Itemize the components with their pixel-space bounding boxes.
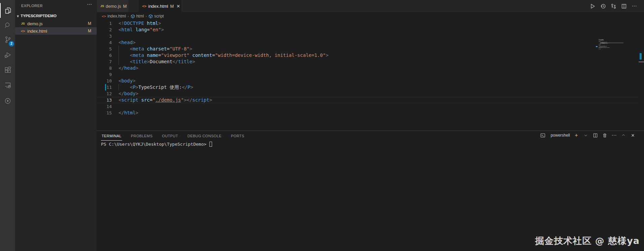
code-line-11[interactable]: 11 <P>TypeScript 使用:</P>: [97, 84, 638, 91]
timeline-history-icon[interactable]: [599, 2, 607, 10]
code-line-7[interactable]: 7 <title>Document</title>: [97, 59, 638, 65]
tab-problems[interactable]: PROBLEMS: [130, 132, 153, 141]
overview-ruler-cursor-marker: [639, 62, 644, 62]
watermark: 掘金技术社区 @ 慈様ya: [535, 235, 640, 247]
folder-typescriptdemo[interactable]: ∨ TYPESCRIPTDEMO: [15, 12, 97, 20]
code-editor[interactable]: 1<!DOCTYPE html>2<html lang="en">34<head…: [97, 20, 644, 131]
tab-label: index.html: [148, 4, 168, 9]
powershell-terminal-icon: [540, 132, 546, 138]
split-terminal-icon[interactable]: [592, 132, 598, 138]
line-number: 13: [106, 98, 112, 103]
chevron-down-icon: ∨: [16, 14, 19, 18]
new-terminal-icon[interactable]: ＋: [573, 132, 579, 138]
code-line-5[interactable]: 5 <meta charset="UTF-8">: [97, 46, 638, 52]
line-number: 10: [106, 78, 112, 83]
tab-bar: JS demo.js M <> index.html M ✕: [97, 0, 644, 12]
terminal-prompt: PS C:\Users\QYKJ\Desktop\TypeScriptDemo>: [101, 142, 206, 147]
line-number: 14: [106, 104, 112, 109]
bottom-panel: TERMINAL PROBLEMS OUTPUT DEBUG CONSOLE P…: [97, 131, 644, 251]
code-line-8[interactable]: 8</head>: [97, 65, 638, 71]
sidebar-title: EXPLORER: [21, 4, 43, 8]
code-line-1[interactable]: 1<!DOCTYPE html>: [97, 20, 638, 27]
line-number: 3: [109, 34, 112, 39]
code-line-6[interactable]: 6 <meta name="viewport" content="width=d…: [97, 52, 638, 59]
run-icon[interactable]: [589, 2, 596, 10]
line-number: 7: [109, 59, 112, 64]
vscode-window: 2 EXPLORER ⋯ ∨ TYPESCRIPTDEMO JS demo.js…: [0, 0, 644, 251]
tab-demo-js[interactable]: JS demo.js M: [97, 0, 129, 12]
line-number: 15: [106, 110, 112, 115]
code-lines: 1<!DOCTYPE html>2<html lang="en">34<head…: [97, 20, 644, 116]
tab-modified-badge: M: [123, 4, 127, 9]
folder-label: TYPESCRIPTDEMO: [21, 14, 57, 18]
line-number: 12: [106, 91, 112, 96]
chevron-right-icon: ›: [128, 14, 129, 18]
file-label: index.html: [27, 29, 47, 34]
terminal-dropdown-icon[interactable]: [583, 132, 589, 138]
kill-terminal-trash-icon[interactable]: [602, 132, 608, 138]
remote-explorer-icon[interactable]: [0, 78, 15, 93]
line-number: 4: [109, 40, 112, 45]
sidebar-more-icon[interactable]: ⋯: [87, 1, 92, 7]
panel-more-icon[interactable]: ⋯: [611, 132, 617, 138]
symbol-cube-icon: [131, 14, 135, 19]
breadcrumb-file[interactable]: <> index.html: [102, 14, 126, 19]
overview-ruler-modified-marker: [640, 53, 642, 60]
editor-group: JS demo.js M <> index.html M ✕: [97, 0, 644, 251]
code-line-14[interactable]: 14: [97, 103, 638, 110]
shell-name-label[interactable]: powershell: [551, 133, 570, 138]
code-line-12[interactable]: 12</body>: [97, 91, 638, 97]
code-line-9[interactable]: 9: [97, 71, 638, 78]
target-icon[interactable]: [0, 94, 15, 108]
panel-actions: powershell ＋ ⋯ ✕: [540, 132, 636, 138]
split-editor-icon[interactable]: [620, 2, 628, 10]
code-line-2[interactable]: 2<html lang="en">: [97, 27, 638, 33]
git-modified-badge: M: [88, 21, 91, 26]
html-file-icon: <>: [142, 4, 146, 8]
run-debug-icon[interactable]: [0, 47, 15, 62]
code-line-4[interactable]: 4<head>: [97, 39, 638, 46]
file-index-html[interactable]: <> index.html M: [15, 27, 97, 35]
explorer-icon[interactable]: [0, 3, 15, 18]
terminal[interactable]: PS C:\Users\QYKJ\Desktop\TypeScriptDemo>: [101, 142, 212, 147]
file-demo-js[interactable]: JS demo.js M: [15, 20, 97, 27]
maximize-panel-icon[interactable]: [620, 132, 626, 138]
editor-actions: ⋯: [589, 2, 638, 10]
breadcrumb-script[interactable]: script: [148, 14, 164, 19]
code-line-13[interactable]: 13<script src="./demo.js"></script>: [97, 97, 638, 103]
close-icon[interactable]: ✕: [176, 4, 180, 9]
code-line-15[interactable]: 15</html>: [97, 110, 638, 116]
indent-guide: [118, 84, 119, 91]
search-icon[interactable]: [0, 18, 15, 33]
line-number: 8: [109, 66, 112, 71]
tab-label: demo.js: [106, 4, 121, 9]
source-control-icon[interactable]: 2: [0, 32, 15, 47]
js-file-icon: JS: [100, 4, 104, 8]
breadcrumb-html[interactable]: html: [131, 14, 144, 19]
line-number: 9: [109, 72, 112, 77]
indent-guide: [118, 52, 119, 59]
source-control-badge: 2: [9, 41, 14, 46]
html-file-icon: <>: [20, 29, 26, 33]
tab-debug-console[interactable]: DEBUG CONSOLE: [187, 132, 222, 141]
indent-guide: [118, 59, 119, 65]
git-modified-badge: M: [88, 29, 91, 33]
tab-index-html[interactable]: <> index.html M ✕: [139, 0, 181, 12]
symbol-cube-icon: [148, 14, 153, 19]
extensions-icon[interactable]: [0, 63, 15, 77]
minimap[interactable]: [599, 39, 636, 70]
js-file-icon: JS: [20, 22, 26, 25]
terminal-cursor: [209, 142, 212, 147]
more-actions-icon[interactable]: ⋯: [631, 2, 638, 10]
breadcrumb: <> index.html › html › script: [97, 12, 644, 20]
sidebar-explorer: EXPLORER ⋯ ∨ TYPESCRIPTDEMO JS demo.js M…: [15, 0, 97, 251]
tab-terminal[interactable]: TERMINAL: [101, 132, 122, 141]
html-file-icon: <>: [102, 14, 106, 19]
close-panel-icon[interactable]: ✕: [630, 132, 636, 138]
code-line-10[interactable]: 10<body>: [97, 78, 638, 84]
tab-ports[interactable]: PORTS: [230, 132, 245, 141]
indent-guide: [118, 46, 119, 52]
open-changes-icon[interactable]: [610, 2, 617, 10]
tab-output[interactable]: OUTPUT: [161, 132, 179, 141]
code-line-3[interactable]: 3: [97, 33, 638, 39]
